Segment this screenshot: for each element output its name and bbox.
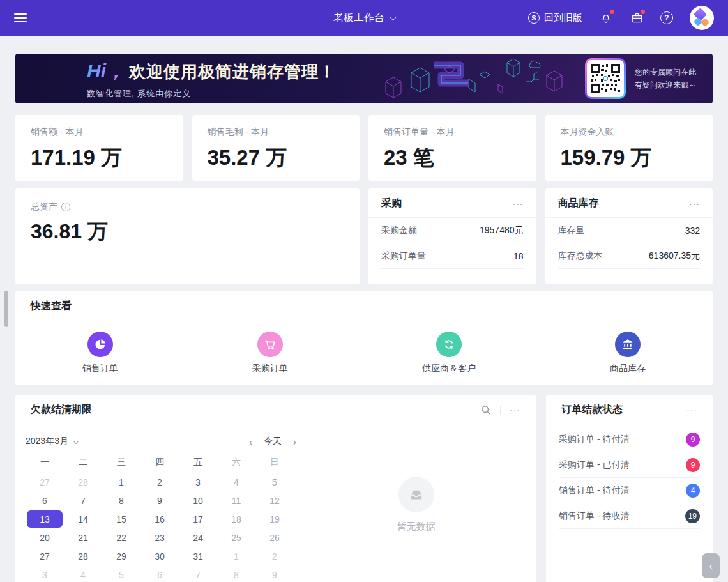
calendar-day[interactable]: 8 (102, 491, 140, 510)
stat-value: 171.19 万 (31, 144, 168, 172)
search-icon[interactable] (480, 404, 491, 415)
quick-item-sales-orders[interactable]: 销售订单 (82, 332, 118, 374)
calendar-day[interactable]: 11 (217, 491, 255, 510)
calendar-day[interactable]: 27 (26, 547, 64, 565)
more-icon[interactable]: ··· (686, 405, 697, 415)
order-status-row[interactable]: 采购订单 - 待付清9 (559, 427, 700, 452)
calendar-day[interactable]: 17 (179, 510, 217, 528)
more-icon[interactable]: ··· (510, 405, 520, 415)
help-icon[interactable]: ? (660, 11, 673, 24)
calendar-day[interactable]: 2 (140, 473, 179, 491)
banner-subtitle: 数智化管理, 系统由你定义 (87, 88, 336, 100)
order-status-badge: 9 (686, 458, 700, 472)
debt-card-title: 欠款结清期限 (31, 403, 92, 417)
calendar-day[interactable]: 7 (179, 565, 217, 582)
order-status-label: 销售订单 - 待收清 (559, 510, 629, 522)
assets-label: 总资产 (31, 201, 57, 213)
order-status-badge: 4 (686, 484, 700, 498)
quick-item-suppliers-customers[interactable]: 供应商＆客户 (422, 332, 476, 374)
calendar-day[interactable]: 2 (255, 547, 294, 565)
quick-item-purchase-orders[interactable]: 采购订单 (252, 332, 288, 374)
stock-cost-row: 库存总成本 613607.35元 (558, 243, 701, 269)
stat-label: 本月资金入账 (561, 126, 698, 138)
calendar-day[interactable]: 15 (102, 510, 140, 528)
menu-icon[interactable] (14, 11, 27, 25)
calendar-day[interactable]: 19 (255, 510, 294, 528)
calendar-day[interactable]: 6 (140, 565, 179, 582)
order-status-row[interactable]: 采购订单 - 已付清9 (559, 452, 700, 478)
quick-item-inventory[interactable]: 商品库存 (610, 332, 646, 374)
calendar-day[interactable]: 31 (179, 547, 217, 565)
workspace-switcher[interactable]: 老板工作台 (333, 11, 395, 25)
calendar-day[interactable]: 7 (64, 491, 102, 510)
stock-qty-row: 库存量 332 (558, 218, 701, 243)
quick-view-card: 快速查看 销售订单 采购订单 供应商＆客户 (15, 291, 713, 385)
divider (500, 406, 501, 415)
calendar-day[interactable]: 27 (26, 473, 64, 491)
welcome-banner: Hi， 欢迎使用极简进销存管理！ 数智化管理, 系统由你定义 (15, 54, 713, 103)
calendar-day[interactable]: 24 (179, 528, 217, 547)
calendar-day[interactable]: 4 (217, 473, 255, 491)
calendar-day[interactable]: 28 (64, 547, 102, 565)
calendar-day[interactable]: 30 (140, 547, 179, 565)
total-assets-card: 总资产 i 36.81 万 (15, 188, 360, 284)
isometric-illustration (373, 54, 584, 103)
order-status-row[interactable]: 销售订单 - 待付清4 (559, 478, 700, 503)
calendar-day[interactable]: 9 (255, 565, 294, 582)
banner-greeting: Hi， (87, 58, 125, 84)
qr-code[interactable] (585, 58, 626, 99)
calendar-day[interactable]: 10 (179, 491, 217, 510)
avatar[interactable] (690, 6, 714, 30)
calendar-grid: 2728123456789101112131415161718192021222… (26, 473, 296, 582)
calendar-day[interactable]: 23 (140, 528, 179, 547)
cart-icon (257, 332, 283, 357)
workspace-title: 老板工作台 (333, 11, 384, 25)
order-status-badge: 19 (685, 509, 700, 523)
calendar-day[interactable]: 3 (26, 565, 64, 582)
calendar-day[interactable]: 29 (102, 547, 140, 565)
stat-value: 159.79 万 (561, 144, 698, 172)
coin-icon: S (528, 12, 540, 24)
more-icon[interactable]: ··· (689, 199, 700, 209)
calendar-day-selected[interactable]: 13 (27, 510, 63, 528)
calendar-day[interactable]: 21 (64, 528, 102, 547)
calendar-day[interactable]: 9 (140, 491, 179, 510)
more-icon[interactable]: ··· (513, 199, 524, 209)
calendar-month-select[interactable]: 2023年3月 (26, 436, 77, 447)
calendar-day[interactable]: 22 (102, 528, 140, 547)
calendar-prev-button[interactable]: ‹ (249, 436, 252, 447)
calendar-day[interactable]: 5 (102, 565, 140, 582)
stat-label: 销售订单量 - 本月 (384, 126, 521, 138)
calendar-weekday-header: 一 二 三 四 五 六 日 (26, 457, 296, 468)
scrollbar-thumb[interactable] (4, 291, 8, 327)
stat-card-gross-profit: 销售毛利 - 本月 35.27 万 (192, 115, 360, 181)
calendar-day[interactable]: 20 (26, 528, 64, 547)
calendar-day[interactable]: 3 (179, 473, 217, 491)
calendar-day[interactable]: 1 (217, 547, 255, 565)
purchase-amount-row: 采购金额 1957480元 (381, 218, 524, 243)
back-to-old-version-button[interactable]: S 回到旧版 (528, 12, 582, 24)
calendar-day[interactable]: 18 (217, 510, 255, 528)
collapse-panel-handle[interactable]: ‹ (702, 553, 720, 578)
calendar-day[interactable]: 5 (255, 473, 294, 491)
stat-label: 销售毛利 - 本月 (208, 126, 345, 138)
calendar-day[interactable]: 8 (217, 565, 255, 582)
order-status-row[interactable]: 销售订单 - 待收清19 (559, 503, 700, 529)
calendar-day[interactable]: 12 (255, 491, 294, 510)
briefcase-icon[interactable] (630, 11, 644, 25)
order-status-label: 采购订单 - 待付清 (559, 434, 629, 445)
calendar-day[interactable]: 26 (255, 528, 294, 547)
purchase-card-title: 采购 (381, 197, 402, 210)
calendar-day[interactable]: 28 (64, 473, 102, 491)
notifications-bell-icon[interactable] (599, 11, 613, 25)
calendar-day[interactable]: 4 (64, 565, 102, 582)
calendar-day[interactable]: 25 (217, 528, 255, 547)
calendar-day[interactable]: 14 (64, 510, 102, 528)
qr-caption: 您的专属顾问在此 有疑问欢迎来戳～ (635, 66, 696, 91)
calendar-day[interactable]: 1 (102, 473, 140, 491)
calendar-day[interactable]: 16 (140, 510, 179, 528)
empty-state: 暂无数据 (296, 424, 536, 582)
info-icon[interactable]: i (61, 203, 70, 211)
calendar-today-button[interactable]: 今天 (264, 436, 282, 447)
calendar-day[interactable]: 6 (26, 491, 64, 510)
